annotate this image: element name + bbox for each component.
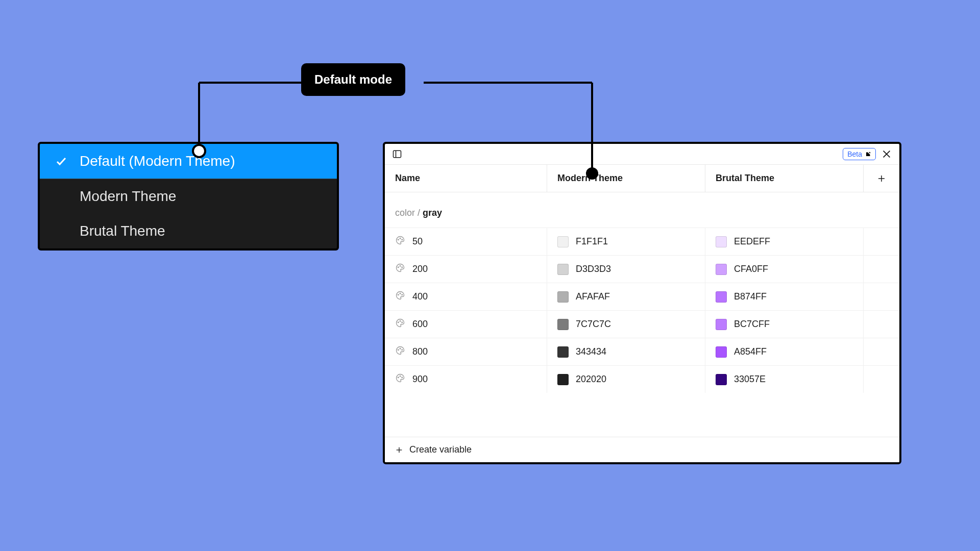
row-actions: [864, 311, 899, 338]
variable-row[interactable]: 400AFAFAFB874FF: [385, 283, 899, 310]
variable-name-cell: 600: [385, 311, 547, 338]
color-swatch: [557, 291, 569, 303]
add-mode-button[interactable]: [864, 165, 899, 192]
palette-icon: [395, 345, 405, 358]
variable-name: 900: [412, 374, 428, 385]
hex-value: F1F1F1: [576, 236, 608, 247]
svg-point-15: [400, 293, 401, 294]
svg-point-23: [398, 377, 399, 378]
variable-name: 600: [412, 319, 428, 330]
close-icon[interactable]: [881, 148, 892, 160]
variable-row[interactable]: 800343434A854FF: [385, 338, 899, 365]
hex-value: B874FF: [734, 291, 767, 302]
column-mode-b[interactable]: Brutal Theme: [705, 165, 864, 192]
color-swatch: [557, 264, 569, 275]
variable-row[interactable]: 200D3D3D3CFA0FF: [385, 255, 899, 283]
color-swatch: [716, 264, 727, 275]
mode-b-value[interactable]: EEDEFF: [705, 228, 864, 255]
plus-icon: [877, 174, 886, 183]
svg-point-14: [398, 294, 399, 295]
palette-icon: [395, 290, 405, 303]
mode-b-value[interactable]: CFA0FF: [705, 256, 864, 283]
mode-a-value[interactable]: 7C7C7C: [547, 311, 705, 338]
palette-icon: [395, 318, 405, 331]
color-swatch: [716, 374, 727, 385]
plus-icon: [395, 446, 403, 454]
group-prefix: color /: [395, 208, 423, 218]
svg-point-19: [402, 322, 403, 323]
row-actions: [864, 366, 899, 393]
svg-point-12: [400, 265, 401, 266]
hex-value: 33057E: [734, 374, 766, 385]
svg-point-21: [400, 348, 401, 349]
mode-b-value[interactable]: BC7CFF: [705, 311, 864, 338]
hex-value: D3D3D3: [576, 264, 611, 274]
beta-badge[interactable]: Beta: [843, 148, 876, 160]
svg-point-11: [398, 267, 399, 268]
variable-row[interactable]: 90020202033057E: [385, 365, 899, 393]
check-icon: [54, 155, 68, 167]
dropdown-item-default[interactable]: Default (Modern Theme): [40, 144, 337, 179]
annotation-label: Default mode: [301, 63, 405, 96]
dropdown-item-brutal[interactable]: Brutal Theme: [40, 214, 337, 248]
hex-value: 7C7C7C: [576, 319, 611, 330]
hex-value: BC7CFF: [734, 319, 770, 330]
variable-name: 800: [412, 346, 428, 357]
color-swatch: [716, 236, 727, 247]
svg-point-10: [402, 239, 403, 240]
row-actions: [864, 256, 899, 283]
row-actions: [864, 283, 899, 310]
variable-name-cell: 200: [385, 256, 547, 283]
mode-a-value[interactable]: 343434: [547, 338, 705, 365]
column-mode-a[interactable]: Modern Theme: [547, 165, 705, 192]
svg-point-9: [400, 238, 401, 239]
external-link-icon: [865, 151, 871, 157]
svg-point-22: [402, 349, 403, 350]
dropdown-item-label: Default (Modern Theme): [80, 153, 235, 169]
hex-value: 343434: [576, 346, 606, 357]
color-swatch: [716, 346, 727, 358]
svg-point-16: [402, 294, 403, 295]
mode-a-value[interactable]: 202020: [547, 366, 705, 393]
svg-point-20: [398, 349, 399, 350]
variables-panel: Beta Name Modern Theme Brutal Theme colo…: [383, 142, 901, 464]
color-swatch: [557, 319, 569, 330]
svg-point-17: [398, 322, 399, 323]
color-swatch: [557, 346, 569, 358]
panel-toolbar: Beta: [385, 144, 899, 164]
mode-a-value[interactable]: D3D3D3: [547, 256, 705, 283]
svg-point-8: [398, 239, 399, 240]
variable-name-cell: 400: [385, 283, 547, 310]
hex-value: AFAFAF: [576, 291, 610, 302]
dropdown-item-modern[interactable]: Modern Theme: [40, 179, 337, 214]
group-label: color / gray: [385, 192, 899, 228]
svg-point-24: [400, 375, 401, 377]
color-swatch: [716, 319, 727, 330]
variable-name: 400: [412, 291, 428, 302]
variable-row[interactable]: 6007C7C7CBC7CFF: [385, 310, 899, 338]
sidebar-toggle-icon[interactable]: [392, 149, 402, 159]
mode-a-value[interactable]: F1F1F1: [547, 228, 705, 255]
mode-b-value[interactable]: B874FF: [705, 283, 864, 310]
svg-point-13: [402, 267, 403, 268]
variable-row[interactable]: 50F1F1F1EEDEFF: [385, 228, 899, 255]
create-variable-label: Create variable: [409, 444, 472, 455]
beta-label: Beta: [847, 150, 862, 158]
columns-header: Name Modern Theme Brutal Theme: [385, 164, 899, 192]
mode-b-value[interactable]: 33057E: [705, 366, 864, 393]
mode-dropdown: Default (Modern Theme) Modern Theme Brut…: [38, 142, 339, 251]
variable-name-cell: 900: [385, 366, 547, 393]
create-variable-button[interactable]: Create variable: [385, 437, 899, 462]
palette-icon: [395, 263, 405, 276]
svg-rect-2: [394, 151, 401, 157]
variable-list: color / gray 50F1F1F1EEDEFF200D3D3D3CFA0…: [385, 192, 899, 437]
svg-point-25: [402, 377, 403, 378]
row-actions: [864, 228, 899, 255]
palette-icon: [395, 235, 405, 248]
mode-a-value[interactable]: AFAFAF: [547, 283, 705, 310]
mode-b-value[interactable]: A854FF: [705, 338, 864, 365]
hex-value: CFA0FF: [734, 264, 768, 274]
hex-value: A854FF: [734, 346, 767, 357]
variable-name: 50: [412, 236, 423, 247]
color-swatch: [557, 236, 569, 247]
